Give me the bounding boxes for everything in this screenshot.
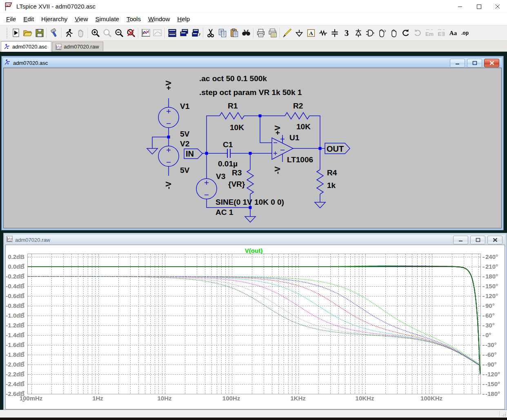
minimize-icon[interactable] (451, 0, 469, 13)
menu-view[interactable]: View (71, 14, 91, 24)
x-tick-label[interactable]: 1KHz (278, 395, 318, 402)
y-right-tick-label[interactable]: 240° (483, 253, 505, 260)
minimize-icon[interactable] (453, 236, 468, 244)
label-v2[interactable]: V2 (180, 139, 189, 148)
label-icon[interactable]: A (305, 27, 317, 39)
x-tick-label[interactable]: 10KHz (345, 395, 385, 402)
paste-icon[interactable] (228, 27, 240, 39)
menu-window[interactable]: Window (145, 14, 173, 24)
capacitor-icon[interactable] (329, 27, 340, 39)
print-preview-icon[interactable] (267, 27, 278, 39)
schematic-canvas[interactable]: +V -V (3, 68, 502, 228)
label-r2[interactable]: R2 (293, 102, 303, 110)
x-tick-label[interactable]: 100Hz (211, 395, 252, 402)
y-left-tick-label[interactable]: -1.8dB (6, 351, 24, 358)
x-tick-label[interactable]: 10Hz (144, 395, 185, 402)
label-r1[interactable]: R1 (228, 102, 238, 110)
y-right-tick-label[interactable]: 120° (483, 292, 505, 299)
menu-hierarchy[interactable]: Hierarchy (38, 14, 71, 24)
label-v3-value[interactable]: SINE(0 1V 10K 0 0) (216, 198, 284, 206)
y-right-tick-label[interactable]: -120° (483, 371, 505, 378)
y-right-tick-label[interactable]: 0° (483, 332, 505, 338)
open-icon[interactable] (22, 27, 33, 39)
y-right-tick-label[interactable]: 150° (483, 283, 505, 290)
y-right-tick-label[interactable]: -180° (483, 390, 505, 397)
tab-adm07020.raw[interactable]: adm07020.raw (52, 42, 103, 51)
menu-edit[interactable]: Edit (20, 14, 38, 24)
title-bar[interactable]: LT LTspice XVII - adm07020.asc (0, 0, 507, 13)
x-tick-label[interactable]: 100mHz (11, 395, 51, 402)
diode-icon[interactable] (352, 27, 364, 39)
cut-icon[interactable] (205, 27, 216, 39)
ground-symbol-v2[interactable] (147, 137, 169, 154)
autorange-icon[interactable] (140, 27, 151, 39)
y-right-tick-label[interactable]: 210° (483, 263, 505, 270)
resistor-icon[interactable] (317, 27, 329, 39)
label-c1[interactable]: C1 (223, 140, 233, 149)
port-out[interactable]: OUT (325, 143, 350, 154)
y-right-tick-label[interactable]: 60° (483, 312, 505, 319)
y-left-tick-label[interactable]: -0.8dB (6, 302, 24, 309)
ground-symbol-r3[interactable] (245, 208, 256, 222)
component-r1[interactable] (207, 113, 260, 153)
y-right-tick-label[interactable]: -60° (483, 351, 505, 358)
tile-vertical-icon[interactable] (190, 27, 202, 39)
y-left-tick-label[interactable]: 0.2dB (6, 253, 24, 260)
inductor-icon[interactable]: 3 (340, 27, 352, 39)
minimize-icon[interactable] (450, 59, 465, 67)
close-icon[interactable] (487, 236, 503, 244)
label-v2-value[interactable]: 5V (180, 166, 190, 175)
component-r4[interactable] (317, 148, 323, 202)
menu-simulate[interactable]: Simulate (92, 14, 123, 24)
maximize-icon[interactable] (469, 0, 488, 13)
spice-directive-icon[interactable]: .op (459, 27, 471, 39)
y-left-tick-label[interactable]: -1.2dB (6, 322, 24, 329)
label-u1[interactable]: U1 (289, 133, 300, 142)
label-c1-value[interactable]: 0.01µ (218, 159, 238, 168)
y-left-tick-label[interactable]: -2.4dB (6, 380, 24, 387)
label-r3[interactable]: R3 (232, 168, 242, 177)
run-simulation-icon[interactable] (63, 27, 75, 39)
label-v3[interactable]: V3 (216, 172, 225, 181)
y-right-tick-label[interactable]: 90° (483, 302, 505, 309)
component-c1[interactable] (227, 149, 250, 158)
y-right-tick-label[interactable]: -30° (483, 341, 505, 348)
ground-symbol-r4[interactable] (315, 202, 325, 208)
y-left-tick-label[interactable]: -1.6dB (6, 341, 24, 348)
label-r2-value[interactable]: 10K (296, 122, 311, 131)
component-u1[interactable]: +V -V (250, 116, 325, 174)
y-right-tick-label[interactable]: -150° (483, 380, 505, 387)
y-left-tick-label[interactable]: -2.2dB (6, 371, 24, 378)
waveform-window-titlebar[interactable]: adm07020.raw (5, 235, 505, 245)
label-r4[interactable]: R4 (327, 168, 337, 177)
port-in[interactable]: IN (184, 149, 202, 159)
text-icon[interactable]: Aa (447, 27, 459, 39)
label-r4-value[interactable]: 1k (327, 181, 336, 190)
run-icon[interactable] (10, 27, 22, 39)
label-v1-value[interactable]: 5V (180, 130, 190, 138)
zoom-in-icon[interactable] (89, 27, 101, 39)
x-tick-label[interactable]: 1Hz (78, 395, 118, 402)
save-icon[interactable] (33, 27, 45, 39)
cascade-icon[interactable] (178, 27, 190, 39)
print-icon[interactable] (255, 27, 267, 39)
restore-icon[interactable] (470, 236, 485, 244)
tile-horizontal-icon[interactable] (166, 27, 178, 39)
label-r3-value[interactable]: {VR} (228, 180, 245, 188)
y-left-tick-label[interactable]: 0.0dB (6, 263, 24, 270)
y-left-tick-label[interactable]: -0.4dB (6, 283, 24, 290)
trace-legend[interactable]: V(out) (27, 247, 480, 254)
label-r1-value[interactable]: 10K (230, 123, 244, 132)
component-v1[interactable]: +V (158, 80, 179, 137)
tab-adm07020.asc[interactable]: adm07020.asc (1, 41, 51, 52)
restore-icon[interactable] (467, 59, 482, 67)
zoom-full-icon[interactable] (125, 27, 137, 39)
x-tick-label[interactable]: 100KHz (411, 395, 452, 402)
schematic-window-titlebar[interactable]: adm07020.asc (3, 58, 502, 68)
close-icon[interactable] (484, 59, 499, 67)
move-icon[interactable] (376, 27, 388, 39)
menu-help[interactable]: Help (173, 14, 193, 24)
find-icon[interactable] (240, 27, 252, 39)
wire-icon[interactable] (281, 27, 293, 39)
component-icon[interactable] (364, 27, 376, 39)
